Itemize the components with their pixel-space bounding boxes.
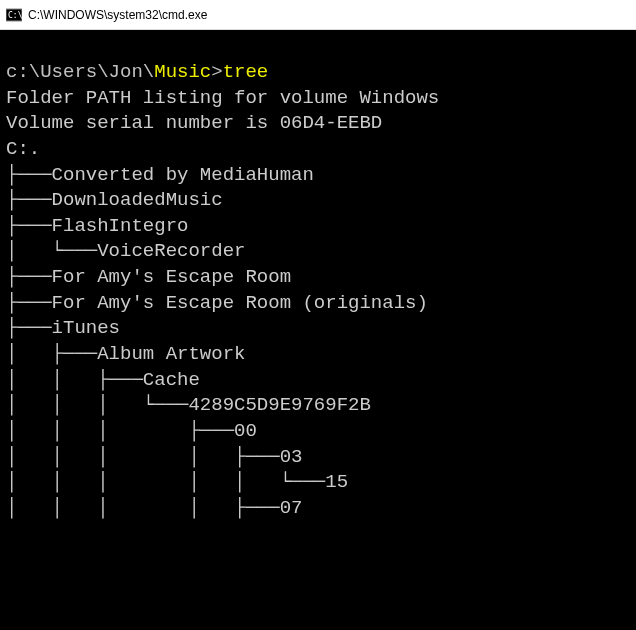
prompt-arrow: > <box>211 61 222 83</box>
svg-text:C:\: C:\ <box>8 11 22 20</box>
tree-line: │ │ │ │ ├───07 <box>6 497 302 519</box>
tree-line: │ │ ├───Cache <box>6 369 200 391</box>
terminal-output[interactable]: c:\Users\Jon\Music>tree Folder PATH list… <box>0 30 636 630</box>
tree-line: ├───Converted by MediaHuman <box>6 164 314 186</box>
tree-line: │ │ │ │ │ └───15 <box>6 471 348 493</box>
tree-line: ├───FlashIntegro <box>6 215 188 237</box>
tree-line: │ │ │ │ ├───03 <box>6 446 302 468</box>
tree-line: │ ├───Album Artwork <box>6 343 245 365</box>
tree-line: │ │ │ ├───00 <box>6 420 257 442</box>
window-titlebar[interactable]: C:\ C:\WINDOWS\system32\cmd.exe <box>0 0 636 30</box>
tree-line: ├───iTunes <box>6 317 120 339</box>
output-root: C:. <box>6 138 40 160</box>
prompt-dir: Music <box>154 61 211 83</box>
tree-line: ├───DownloadedMusic <box>6 189 223 211</box>
prompt-path: c:\Users\Jon\ <box>6 61 154 83</box>
window-title: C:\WINDOWS\system32\cmd.exe <box>28 8 207 22</box>
tree-line: │ └───VoiceRecorder <box>6 240 245 262</box>
prompt-command: tree <box>223 61 269 83</box>
tree-line: ├───For Amy's Escape Room (originals) <box>6 292 428 314</box>
tree-line: │ │ │ └───4289C5D9E9769F2B <box>6 394 371 416</box>
output-line: Volume serial number is 06D4-EEBD <box>6 112 382 134</box>
tree-line: ├───For Amy's Escape Room <box>6 266 291 288</box>
output-line: Folder PATH listing for volume Windows <box>6 87 439 109</box>
cmd-icon: C:\ <box>6 7 22 23</box>
